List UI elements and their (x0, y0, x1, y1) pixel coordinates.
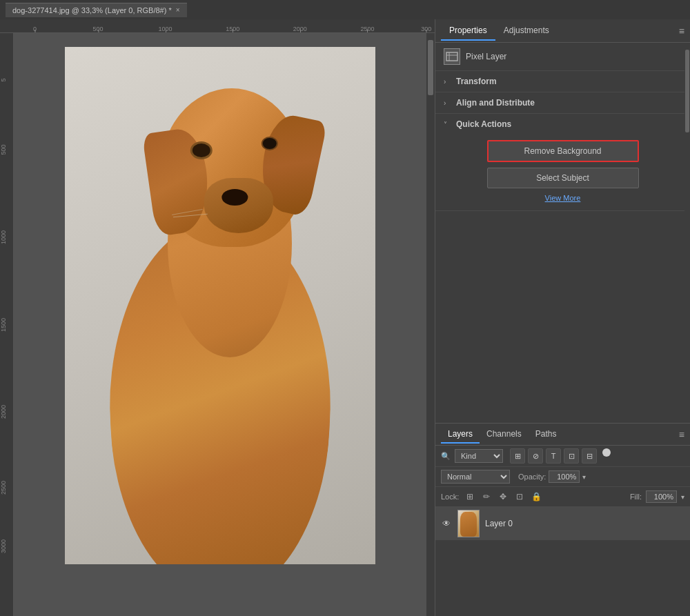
dog-eye-right (263, 138, 277, 149)
transform-label: Transform (456, 77, 497, 86)
tab-paths[interactable]: Paths (529, 426, 564, 444)
scrollbar-thumb-v[interactable] (428, 40, 433, 95)
ruler-left-mark-500: 500 (0, 144, 13, 155)
tab-label: dog-3277414.jpg @ 33,3% (Layer 0, RGB/8#… (12, 6, 172, 14)
pixel-layer-label: Pixel Layer (466, 52, 506, 61)
ruler-left-mark-1000: 1000 (0, 230, 13, 244)
lock-position-btn[interactable]: ✥ (496, 490, 510, 504)
filter-adjustment-btn[interactable]: ⊘ (528, 448, 543, 464)
align-distribute-arrow: › (444, 99, 452, 107)
align-distribute-label: Align and Distribute (456, 98, 535, 108)
quick-actions-arrow: ˅ (444, 121, 452, 128)
layers-panel: Layers Channels Paths ≡ 🔍 Kind ⊞ ⊘ T ⊡ ⊟ (435, 423, 690, 616)
transform-arrow: › (444, 78, 452, 86)
layers-menu-icon[interactable]: ≡ (679, 429, 684, 440)
canvas-content: 5 500 1000 1500 2000 2500 3000 (0, 33, 435, 616)
dog-nose (221, 189, 248, 206)
opacity-label: Opacity: (518, 473, 546, 481)
image-canvas (65, 47, 375, 564)
canvas-scrollbar-v[interactable] (426, 33, 435, 616)
quick-actions-header[interactable]: ˅ Quick Actions (435, 114, 690, 135)
layer-visibility-toggle[interactable]: 👁 (441, 518, 452, 529)
tab-adjustments[interactable]: Adjustments (495, 21, 558, 41)
pixel-layer-icon (444, 48, 460, 65)
layer-name-label: Layer 0 (485, 519, 513, 528)
quick-actions-label: Quick Actions (456, 119, 511, 129)
filter-kind-select[interactable]: Kind (455, 449, 503, 463)
ruler-mark-3000: 300 (421, 26, 431, 32)
layer-thumbnail (457, 510, 480, 537)
ruler-mark-2000: 2000 (293, 26, 307, 32)
ruler-mark-1500: 1500 (226, 26, 239, 32)
panel-menu-icon[interactable]: ≡ (679, 26, 684, 37)
dog-snout (204, 178, 273, 233)
filter-dot (602, 448, 611, 457)
title-bar: dog-3277414.jpg @ 33,3% (Layer 0, RGB/8#… (0, 0, 690, 19)
close-tab-button[interactable]: × (176, 6, 180, 14)
filter-pixel-btn[interactable]: ⊞ (510, 448, 525, 464)
layers-tabs: Layers Channels Paths ≡ (435, 424, 690, 446)
layer-item[interactable]: 👁 Layer 0 (435, 507, 690, 540)
dog-figure (65, 47, 375, 564)
fill-label: Fill: (630, 493, 642, 501)
panel-tabs: Properties Adjustments ≡ (435, 19, 690, 43)
filter-type-btn[interactable]: T (546, 448, 561, 464)
ruler-mark-2500: 2500 (360, 26, 374, 32)
ruler-left-mark-5: 5 (0, 78, 13, 81)
ruler-left-mark-3000: 3000 (0, 539, 13, 553)
quick-actions-section: ˅ Quick Actions Remove Background Select… (435, 114, 690, 211)
canvas-workspace[interactable] (14, 33, 426, 616)
right-panel: Properties Adjustments ≡ Pixel Layer › (435, 19, 690, 616)
pixel-layer-row: Pixel Layer (435, 43, 690, 71)
ruler-left-mark-2500: 2500 (0, 481, 13, 495)
blend-opacity-row: Normal Opacity: ▾ (435, 467, 690, 487)
ruler-mark-0: 0 (33, 26, 37, 32)
svg-rect-0 (446, 52, 457, 61)
layers-filter-bar: 🔍 Kind ⊞ ⊘ T ⊡ ⊟ (435, 446, 690, 467)
lock-transparent-btn[interactable]: ⊞ (463, 490, 477, 504)
opacity-dropdown-icon[interactable]: ▾ (582, 473, 586, 481)
filter-icons-row: ⊞ ⊘ T ⊡ ⊟ (510, 448, 611, 464)
ruler-left-mark-2000: 2000 (0, 405, 13, 419)
layer-thumb-content (460, 512, 477, 537)
quick-actions-content: Remove Background Select Subject View Mo… (435, 135, 690, 210)
tab-layers[interactable]: Layers (441, 426, 480, 444)
view-more-button[interactable]: View More (545, 194, 581, 202)
properties-scrollbar-track (684, 43, 690, 423)
dog-eye-left (193, 143, 210, 157)
transform-section[interactable]: › Transform (435, 71, 690, 92)
canvas-area: 0 500 1000 1500 2000 2500 300 5 500 1000… (0, 19, 435, 616)
fill-dropdown-icon[interactable]: ▾ (681, 493, 684, 501)
fill-input[interactable] (646, 490, 677, 503)
lock-pixels-btn[interactable]: ✏ (480, 490, 493, 504)
properties-scrollbar-thumb[interactable] (685, 50, 689, 132)
ruler-mark-1000: 1000 (159, 26, 172, 32)
lock-fill-row: Lock: ⊞ ✏ ✥ ⊡ 🔒 Fill: ▾ (435, 487, 690, 507)
ruler-left: 5 500 1000 1500 2000 2500 3000 (0, 33, 14, 616)
tab-channels[interactable]: Channels (480, 426, 529, 444)
align-distribute-section[interactable]: › Align and Distribute (435, 92, 690, 114)
blend-mode-select[interactable]: Normal (441, 470, 510, 484)
lock-artboard-btn[interactable]: ⊡ (513, 490, 526, 504)
lock-label: Lock: (441, 493, 459, 501)
tab-properties[interactable]: Properties (441, 21, 495, 41)
lock-icons: ⊞ ✏ ✥ ⊡ 🔒 (463, 490, 543, 504)
filter-search-icon: 🔍 (441, 452, 451, 461)
remove-background-button[interactable]: Remove Background (487, 140, 639, 162)
lock-all-btn[interactable]: 🔒 (529, 490, 543, 504)
properties-content: Pixel Layer › Transform › Align and Dist… (435, 43, 690, 423)
document-tab[interactable]: dog-3277414.jpg @ 33,3% (Layer 0, RGB/8#… (6, 3, 187, 17)
ruler-top: 0 500 1000 1500 2000 2500 300 (0, 19, 435, 33)
filter-smart-btn[interactable]: ⊟ (582, 448, 597, 464)
select-subject-button[interactable]: Select Subject (487, 168, 639, 188)
main-layout: 0 500 1000 1500 2000 2500 300 5 500 1000… (0, 19, 690, 616)
opacity-input[interactable] (549, 470, 580, 483)
ruler-left-mark-1500: 1500 (0, 317, 13, 331)
filter-shape-btn[interactable]: ⊡ (564, 448, 579, 464)
ruler-mark-500: 500 (92, 26, 103, 32)
